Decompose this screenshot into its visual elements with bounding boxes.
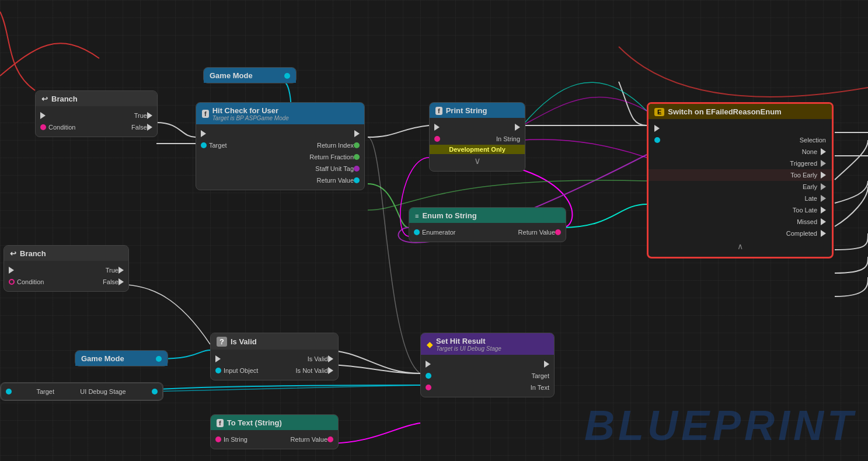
switch-too-early-pin[interactable] xyxy=(821,172,826,179)
set-hit-result-in-text-pin[interactable] xyxy=(426,385,431,390)
print-string-header: f Print String xyxy=(430,103,525,118)
print-string-in-label: In String xyxy=(494,135,520,142)
branch2-false-pin[interactable] xyxy=(118,278,124,285)
print-string-title: Print String xyxy=(446,106,487,115)
hit-check-value-row: Return Value xyxy=(196,174,364,186)
hit-check-title-group: Hit Check for User Target is BP ASPGame … xyxy=(212,106,289,121)
game-mode-node-1: Game Mode xyxy=(203,67,297,83)
hit-check-exec-row xyxy=(196,128,364,139)
hit-check-return-value-label: Return Value xyxy=(317,177,354,184)
branch2-exec-in[interactable] xyxy=(9,267,14,274)
set-hit-result-exec-row xyxy=(421,358,554,370)
set-hit-result-exec-in[interactable] xyxy=(426,361,431,368)
switch-missed-pin[interactable] xyxy=(821,218,826,225)
to-text-body: In String Return Value xyxy=(211,430,338,449)
branch-body-2: True Condition False xyxy=(4,261,128,291)
switch-exec-in[interactable] xyxy=(654,125,660,132)
target-pin[interactable] xyxy=(6,389,12,394)
is-valid-not-pin[interactable] xyxy=(328,367,333,374)
switch-node: E Switch on EFailedReasonEnum Selection … xyxy=(647,102,834,259)
switch-triggered-label: Triggered xyxy=(790,160,817,167)
hit-check-return-value-pin[interactable] xyxy=(354,177,360,183)
hit-check-target-label: Target xyxy=(207,142,317,149)
hit-check-return-index-pin[interactable] xyxy=(354,142,360,148)
is-valid-input-pin[interactable] xyxy=(215,368,221,373)
is-valid-out-label: Is Valid xyxy=(308,355,328,362)
hit-check-exec-in[interactable] xyxy=(201,130,206,137)
branch-condition-pin-1[interactable] xyxy=(40,124,46,130)
branch2-condition-pin[interactable] xyxy=(9,279,15,285)
print-string-exec-out[interactable] xyxy=(515,124,520,131)
hit-check-subtitle: Target is BP ASPGame Mode xyxy=(212,115,289,121)
branch-true-label: True xyxy=(134,112,147,119)
switch-selection-label: Selection xyxy=(660,137,826,144)
set-hit-result-target-row: Target xyxy=(421,370,554,382)
switch-collapse-area: ∧ xyxy=(649,239,832,253)
switch-completed-pin[interactable] xyxy=(821,230,826,237)
hit-check-body: Target Return Index Return Fraction Staf… xyxy=(196,124,364,190)
hit-check-node: f Hit Check for User Target is BP ASPGam… xyxy=(196,102,365,190)
to-text-row: In String Return Value xyxy=(211,434,338,445)
to-text-node: f To Text (String) In String Return Valu… xyxy=(210,414,339,449)
dev-banner-chevron: ∨ xyxy=(430,154,525,167)
enum-to-string-enumerator-pin[interactable] xyxy=(414,229,420,235)
set-hit-result-target-label: Target xyxy=(529,372,549,379)
print-string-exec-in[interactable] xyxy=(434,124,440,131)
hit-check-staff-tag-pin[interactable] xyxy=(354,166,360,172)
to-text-return-pin[interactable] xyxy=(327,436,333,442)
switch-late-pin[interactable] xyxy=(821,195,826,202)
enum-to-string-body: Enumerator Return Value xyxy=(409,223,566,242)
print-string-exec-row xyxy=(430,121,525,133)
set-hit-result-target-pin[interactable] xyxy=(426,373,431,379)
hit-check-exec-out[interactable] xyxy=(354,130,360,137)
branch-true-pin-1[interactable] xyxy=(147,112,152,119)
print-string-icon: f xyxy=(435,107,442,115)
print-string-in-pin[interactable] xyxy=(434,136,440,142)
is-valid-out-pin[interactable] xyxy=(328,355,333,362)
is-valid-title: Is Valid xyxy=(231,337,257,346)
set-hit-result-body: Target In Text xyxy=(421,355,554,397)
is-valid-header: ? Is Valid xyxy=(211,333,338,350)
set-hit-result-exec-out[interactable] xyxy=(544,361,549,368)
switch-too-early-row: Too Early xyxy=(649,169,832,181)
hit-check-staff-tag-label: Staff Unit Tag xyxy=(315,165,354,172)
hit-check-staff-row: Staff Unit Tag xyxy=(196,163,364,174)
branch2-exec-row: True xyxy=(4,264,128,276)
switch-triggered-pin[interactable] xyxy=(821,160,826,167)
switch-collapse-btn[interactable]: ∧ xyxy=(737,242,743,251)
hit-check-target-pin[interactable] xyxy=(201,142,207,148)
branch-false-pin-1[interactable] xyxy=(147,124,152,131)
switch-completed-row: Completed xyxy=(649,228,832,239)
hit-check-fraction-row: Return Fraction xyxy=(196,151,364,163)
switch-selection-row: Selection xyxy=(649,134,832,146)
game-mode-out-pin-1[interactable] xyxy=(284,73,290,79)
switch-too-early-label: Too Early xyxy=(790,172,817,179)
switch-too-late-pin[interactable] xyxy=(821,207,826,214)
ui-debug-stage-pin[interactable] xyxy=(152,389,158,394)
enum-to-string-return-pin[interactable] xyxy=(555,229,561,235)
branch2-condition-row: Condition False xyxy=(4,276,128,288)
switch-body: Selection None Triggered Too Early Early… xyxy=(649,119,832,257)
game-mode-node-2: Game Mode xyxy=(75,350,168,366)
branch2-true-pin[interactable] xyxy=(118,267,124,274)
branch-node-1: ↩ Branch True Condition False xyxy=(35,90,158,137)
switch-early-label: Early xyxy=(803,183,817,190)
hit-check-return-fraction-pin[interactable] xyxy=(354,154,360,160)
enum-to-string-title: Enum to String xyxy=(422,211,476,220)
switch-none-pin[interactable] xyxy=(821,148,826,155)
to-text-in-pin[interactable] xyxy=(215,436,221,442)
switch-selection-pin[interactable] xyxy=(654,137,660,143)
game-mode-out-pin-2[interactable] xyxy=(156,356,162,362)
game-mode-header-2: Game Mode xyxy=(75,351,168,366)
hit-check-return-index-label: Return Index xyxy=(317,142,354,149)
branch-exec-in-1[interactable] xyxy=(40,112,46,119)
is-valid-exec-in[interactable] xyxy=(215,355,221,362)
switch-early-pin[interactable] xyxy=(821,183,826,190)
switch-too-late-label: Too Late xyxy=(793,207,817,214)
switch-late-label: Late xyxy=(805,195,817,202)
target-ui-body: Target UI Debug Stage xyxy=(1,383,163,400)
print-string-body: In String Development Only ∨ xyxy=(430,118,525,171)
switch-missed-label: Missed xyxy=(797,218,817,225)
set-hit-result-title-group: Set Hit Result Target is UI Debug Stage xyxy=(436,337,501,352)
switch-exec-row xyxy=(649,123,832,134)
